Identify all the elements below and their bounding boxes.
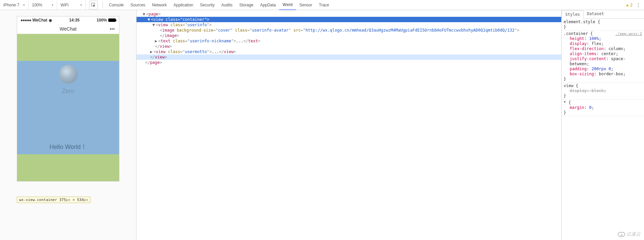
tab-sources[interactable]: Sources [127, 0, 149, 10]
toolbar-right: ▲ 2 ⋮ [625, 0, 644, 10]
cloud-icon: ☁ [618, 232, 625, 237]
expand-icon[interactable]: ▶ [155, 38, 158, 44]
tab-audits[interactable]: Audits [218, 0, 236, 10]
expand-icon[interactable]: ▶ [150, 49, 153, 54]
divider [103, 2, 103, 8]
px-unit: px [66, 198, 70, 202]
more-menu-icon[interactable]: ⋮ [636, 2, 641, 8]
css-rule-container[interactable]: .container {./app.wxss:2 height: 100%; d… [562, 31, 644, 83]
battery-icon [108, 18, 116, 22]
main-area: ●●●●● WeChat ◉ 14:35 100% WeChat ••• [0, 10, 644, 240]
dom-node[interactable]: </page> [137, 60, 561, 65]
caret-down-icon: ▾ [52, 3, 53, 7]
tab-styles[interactable]: Styles [562, 10, 583, 19]
clock-label: 14:35 [69, 18, 80, 23]
dom-tree-pane[interactable]: ▼<page> ▼<view class="container"> ▼<view… [136, 10, 562, 240]
simulator-pane: ●●●●● WeChat ◉ 14:35 100% WeChat ••• [0, 10, 136, 240]
tab-sensor[interactable]: Sensor [296, 0, 315, 10]
toolbar-center: Console Sources Network Application Secu… [86, 0, 625, 10]
nickname-text: Zero [62, 88, 74, 95]
dom-node[interactable]: <image background-size="cover" class="us… [137, 28, 561, 33]
caret-down-icon: ▾ [23, 3, 25, 7]
dom-node[interactable]: ▶<view class="usermotto">...</view> [137, 49, 561, 54]
css-rule-star[interactable]: * { margin: 0; } [562, 99, 644, 116]
expand-icon[interactable]: ▼ [152, 22, 156, 28]
status-bar: ●●●●● WeChat ◉ 14:35 100% [17, 16, 119, 24]
tab-network[interactable]: Network [149, 0, 170, 10]
caret-down-icon: ▾ [80, 3, 82, 7]
toolbar-left: iPhone 7 ▾ 100% ▾ WiFi ▾ [0, 0, 86, 10]
wifi-icon: ◉ [49, 18, 52, 23]
signal-icon: ●●●●● [21, 18, 31, 23]
nav-title: WeChat [60, 26, 76, 32]
tab-appdata[interactable]: AppData [257, 0, 279, 10]
css-rule-element-style[interactable]: element.style { } [562, 19, 644, 31]
watermark-text: 亿速云 [627, 231, 641, 237]
tooltip-height: 534 [77, 198, 84, 202]
dom-node-selected[interactable]: ▼<view class="container"> [137, 17, 561, 22]
avatar [59, 65, 78, 84]
nav-bar: WeChat ••• [17, 24, 119, 34]
zoom-dropdown[interactable]: 100% ▾ [29, 0, 57, 10]
css-selector: * { [564, 100, 571, 105]
dom-node[interactable]: </image> [137, 33, 561, 38]
device-label: iPhone 7 [3, 3, 19, 7]
container-view: Zero Hello World！ [17, 61, 119, 154]
network-dropdown[interactable]: WiFi ▾ [57, 0, 86, 10]
tab-security[interactable]: Security [197, 0, 218, 10]
padding-top-overlay [17, 34, 119, 61]
dom-node[interactable]: </view> [137, 44, 561, 49]
styles-pane: Styles Dataset element.style { } .contai… [562, 10, 644, 240]
css-selector: view { [564, 83, 578, 88]
css-rule-view[interactable]: view { display: block; } [562, 83, 644, 99]
motto-text: Hello World！ [49, 143, 87, 151]
css-selector: element.style { [564, 19, 600, 24]
inspect-element-button[interactable] [89, 1, 98, 9]
carrier-label: WeChat [32, 18, 47, 23]
tab-console[interactable]: Console [106, 0, 127, 10]
px-unit: px [84, 198, 88, 202]
css-close: } [564, 93, 642, 98]
page-body: Zero Hello World！ [17, 34, 119, 181]
battery-pct: 100% [97, 18, 107, 23]
tooltip-width: 375 [59, 198, 66, 202]
toolbar: iPhone 7 ▾ 100% ▾ WiFi ▾ Console Sources [0, 0, 644, 10]
zoom-label: 100% [32, 3, 42, 7]
expand-icon[interactable]: ▼ [143, 11, 146, 17]
css-close: } [564, 110, 642, 115]
watermark: ☁ 亿速云 [618, 231, 641, 237]
status-left: ●●●●● WeChat ◉ [21, 18, 52, 23]
phone-frame: ●●●●● WeChat ◉ 14:35 100% WeChat ••• [17, 16, 119, 182]
expand-icon[interactable]: ▼ [148, 17, 151, 22]
css-close: } [564, 25, 642, 30]
dom-node[interactable]: ▼<view class="userinfo"> [137, 22, 561, 28]
dom-node-closing[interactable]: </view> [137, 54, 561, 60]
tab-application[interactable]: Application [170, 0, 197, 10]
css-close: } [564, 77, 642, 82]
dom-node[interactable]: ▶<text class="userinfo-nickname">...</te… [137, 38, 561, 44]
tab-wxml[interactable]: Wxml [279, 0, 296, 10]
warnings-badge[interactable]: ▲ 2 [625, 2, 633, 7]
status-right: 100% [97, 18, 116, 23]
css-selector: .container { [564, 31, 593, 36]
nav-menu-icon[interactable]: ••• [110, 27, 115, 31]
tab-trace[interactable]: Trace [315, 0, 332, 10]
dom-node[interactable]: ▼<page> [137, 11, 561, 17]
network-label: WiFi [61, 3, 69, 7]
styles-tabs: Styles Dataset [562, 10, 644, 19]
source-link[interactable]: ./app.wxss:2 [615, 31, 642, 36]
tooltip-selector: wx-view.container [19, 198, 57, 202]
tab-dataset[interactable]: Dataset [583, 10, 607, 18]
inspect-icon [91, 3, 96, 7]
warnings-count: 2 [630, 3, 633, 7]
tab-storage[interactable]: Storage [236, 0, 257, 10]
device-dropdown[interactable]: iPhone 7 ▾ [0, 0, 29, 10]
warning-icon: ▲ [625, 2, 630, 7]
padding-bottom-overlay [17, 154, 119, 181]
dimension-tooltip: wx-view.container 375px × 534px [17, 197, 90, 203]
